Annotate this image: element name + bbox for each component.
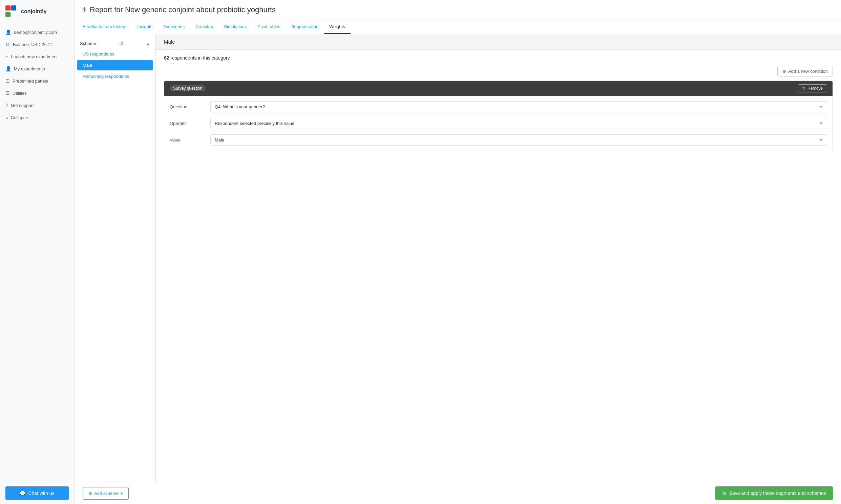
main-header: ⚕ Report for New generic conjoint about … — [74, 0, 841, 20]
save-icon: ⚙ — [722, 490, 726, 496]
value-label: Value — [170, 138, 210, 143]
tab-weights[interactable]: Weights — [324, 20, 351, 34]
add-scheme-label: Add scheme — [94, 491, 119, 496]
left-panel: Scheme ...3 ▲ US respondents Male Remain… — [74, 34, 156, 482]
scheme-arrow-icon: ▲ — [146, 41, 150, 46]
chat-button[interactable]: 💬 Chat with us — [5, 486, 69, 500]
support-icon: ? — [5, 103, 8, 108]
page-title: Report for New generic conjoint about pr… — [90, 5, 276, 14]
sidebar-user-email: demo@conjointly.com — [14, 30, 57, 35]
user-icon: 👤 — [5, 30, 11, 35]
right-panel: Male 62 respondents in this category. ⊕ … — [156, 34, 841, 482]
tab-timeseries[interactable]: Timeseries — [158, 20, 190, 34]
collapse-icon: « — [5, 115, 8, 120]
utilities-icon: ☰ — [5, 90, 10, 96]
experiments-icon: 👤 — [5, 66, 11, 71]
value-select[interactable]: Male — [210, 134, 827, 146]
sidebar-nav: 👤 demo@conjointly.com ‹ 🖥 Balance: USD 2… — [0, 23, 74, 482]
condition-form: Question Q4: What is your gender? Operat… — [164, 96, 833, 151]
scheme-header[interactable]: Scheme ...3 ▲ — [74, 38, 156, 49]
sidebar-utilities-label: Utilities — [13, 91, 27, 96]
panels-icon: ☰ — [5, 78, 10, 84]
sidebar-panels-label: Predefined panels — [13, 78, 48, 84]
respondent-count: 62 — [164, 55, 169, 60]
chat-icon: 💬 — [20, 490, 25, 496]
add-circle-icon: ⊕ — [783, 69, 786, 74]
condition-header: Survey question 🗑 Remove — [164, 81, 833, 96]
respondent-suffix: respondents in this category. — [169, 55, 231, 60]
tab-insights[interactable]: Insights — [132, 20, 158, 34]
question-label: Question — [170, 104, 210, 109]
main-content: ⚕ Report for New generic conjoint about … — [74, 0, 841, 504]
tab-simulations[interactable]: Simulations — [218, 20, 252, 34]
tab-pivot-tables[interactable]: Pivot tables — [252, 20, 285, 34]
sidebar-item-collapse[interactable]: « Collapse — [0, 111, 74, 124]
scheme-label: Scheme — [80, 41, 96, 46]
sidebar-item-launch[interactable]: + Launch new experiment — [0, 50, 74, 62]
operator-row: Operator Respondent selected precisely t… — [170, 118, 827, 129]
balance-icon: 🖥 — [5, 42, 10, 47]
sidebar-item-utilities[interactable]: ☰ Utilities ‹ — [0, 87, 74, 99]
sidebar-logo: conjointly — [0, 0, 74, 23]
tab-crosstab[interactable]: Crosstab — [190, 20, 218, 34]
remove-button[interactable]: 🗑 Remove — [798, 84, 827, 92]
utilities-arrow: ‹ — [67, 91, 69, 95]
add-condition-row: ⊕ Add a new condition — [156, 66, 841, 80]
logo-text: conjointly — [21, 8, 47, 15]
bottom-bar: ⊕ Add scheme ▾ ⚙ Save and apply these se… — [74, 482, 841, 504]
operator-label: Operator — [170, 121, 210, 126]
chat-button-label: Chat with us — [28, 490, 54, 496]
sidebar-item-balance[interactable]: 🖥 Balance: USD 26.14 — [0, 38, 74, 50]
category-header: Male — [156, 34, 841, 50]
sidebar-experiments-label: My experiments — [14, 66, 45, 71]
sidebar: conjointly 👤 demo@conjointly.com ‹ 🖥 Bal… — [0, 0, 74, 504]
value-row: Value Male — [170, 134, 827, 146]
question-row: Question Q4: What is your gender? — [170, 101, 827, 112]
condition-badge: Survey question — [170, 85, 206, 91]
logo-icon — [5, 5, 18, 18]
plus-icon: + — [5, 54, 8, 59]
add-condition-label: Add a new condition — [788, 69, 828, 74]
sidebar-bottom: 💬 Chat with us — [0, 482, 74, 504]
sidebar-item-my-experiments[interactable]: 👤 My experiments — [0, 62, 74, 75]
tab-bar: Feedback from testers Insights Timeserie… — [74, 20, 841, 34]
condition-block: Survey question 🗑 Remove Question Q4: Wh… — [164, 80, 833, 151]
scheme-item-us-respondents[interactable]: US respondents — [74, 49, 156, 59]
scheme-item-remaining[interactable]: Remaining respondents — [74, 71, 156, 82]
sidebar-support-label: Get support — [11, 103, 34, 108]
sidebar-item-get-support[interactable]: ? Get support — [0, 99, 74, 111]
category-title: Male — [164, 39, 175, 45]
add-condition-button[interactable]: ⊕ Add a new condition — [777, 66, 833, 76]
tab-feedback[interactable]: Feedback from testers — [77, 20, 132, 34]
save-button[interactable]: ⚙ Save and apply these segments and sche… — [715, 486, 833, 500]
content-area: Scheme ...3 ▲ US respondents Male Remain… — [74, 34, 841, 482]
report-icon: ⚕ — [83, 6, 86, 14]
trash-icon: 🗑 — [802, 86, 806, 91]
scheme-badge: ...3 — [118, 41, 123, 46]
save-label: Save and apply these segments and scheme… — [729, 490, 826, 496]
tab-segmentation[interactable]: Segmentation — [286, 20, 324, 34]
sidebar-launch-label: Launch new experiment — [11, 54, 57, 59]
sidebar-balance: Balance: USD 26.14 — [13, 42, 53, 47]
chevron-icon: ‹ — [67, 30, 69, 34]
add-scheme-button[interactable]: ⊕ Add scheme ▾ — [83, 487, 129, 500]
remove-label: Remove — [807, 86, 823, 91]
question-select[interactable]: Q4: What is your gender? — [210, 101, 827, 112]
sidebar-collapse-label: Collapse — [11, 115, 28, 120]
add-scheme-arrow: ▾ — [121, 491, 123, 496]
add-scheme-icon: ⊕ — [88, 491, 92, 496]
sidebar-item-predefined-panels[interactable]: ☰ Predefined panels — [0, 75, 74, 87]
sidebar-item-user[interactable]: 👤 demo@conjointly.com ‹ — [0, 26, 74, 38]
category-count: 62 respondents in this category. — [156, 50, 841, 66]
operator-select[interactable]: Respondent selected precisely this value — [210, 118, 827, 129]
scheme-item-male[interactable]: Male — [77, 60, 153, 70]
